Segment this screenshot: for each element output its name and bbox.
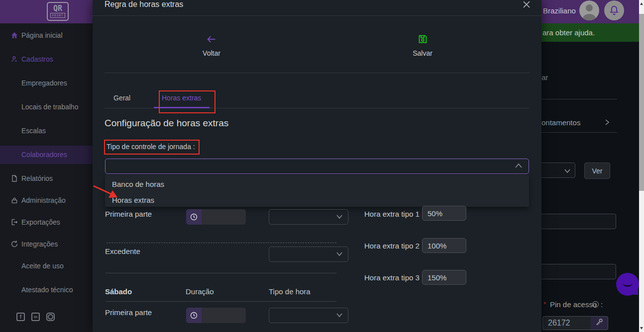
ver-button-label: Ver xyxy=(592,167,602,175)
divider xyxy=(105,73,530,73)
partial-text: ar xyxy=(541,73,548,82)
section-link[interactable]: ontamentos xyxy=(541,118,580,127)
arrow-left-icon xyxy=(206,37,217,46)
notifications-bell-icon[interactable] xyxy=(604,0,624,20)
sidebar-item-label: Página inicial xyxy=(21,31,63,39)
export-icon xyxy=(10,218,18,226)
saturday-tipo-hora-select[interactable] xyxy=(269,308,348,323)
primeira-parte-label: Primeira parte xyxy=(105,210,152,218)
sidebar-item-pagina-inicial[interactable]: Página inicial xyxy=(0,31,93,40)
hora-extra-tipo2-input[interactable] xyxy=(422,238,466,253)
sidebar-item-empregadores[interactable]: Empregadores xyxy=(0,79,93,88)
page-scrollbar[interactable] xyxy=(639,0,644,332)
scrollbar-thumb[interactable] xyxy=(639,14,644,191)
key-icon xyxy=(595,318,604,329)
tab-horas-extras[interactable]: Horas extras xyxy=(162,94,201,102)
sidebar-item-label: Atestado técnico xyxy=(21,286,73,294)
hora-extra-tipo1-label: Hora extra tipo 1 : xyxy=(364,210,424,218)
pin-label: Pin de acesso xyxy=(550,300,597,309)
sidebar-item-label: Relatórios xyxy=(21,174,53,182)
sidebar-item-exportacoes[interactable]: Exportações xyxy=(0,218,93,227)
sidebar-header: QR POINT xyxy=(0,0,93,23)
sidebar-item-administracao[interactable]: Administração xyxy=(0,196,93,205)
jornada-dropdown-menu: Banco de horas Horas extras xyxy=(105,175,529,207)
scrollbar-up-arrow[interactable] xyxy=(640,2,643,5)
chevron-down-icon xyxy=(336,313,343,318)
option-horas-extras[interactable]: Horas extras xyxy=(105,192,529,208)
section-heading: Configuração de horas extras xyxy=(105,118,228,129)
avatar[interactable] xyxy=(579,0,599,20)
hora-extra-tipo2-label: Hora extra tipo 2 : xyxy=(364,242,424,250)
active-tab-indicator xyxy=(154,107,210,108)
saturday-duration-time-input[interactable] xyxy=(186,308,246,323)
sidebar: QR POINT Página inicial Cadastros Empreg… xyxy=(0,0,93,332)
clock-icon xyxy=(186,209,202,225)
hora-extra-tipo1-input[interactable] xyxy=(422,206,466,221)
pin-label-colon: : xyxy=(601,300,603,309)
option-banco-de-horas[interactable]: Banco de horas xyxy=(105,176,529,192)
divider xyxy=(106,301,336,302)
duration-time-input[interactable] xyxy=(186,209,246,225)
tipo-de-hora-header: Tipo de hora xyxy=(269,287,311,296)
sidebar-item-relatorios[interactable]: Relatórios xyxy=(0,174,93,183)
sidebar-item-cadastros[interactable]: Cadastros xyxy=(0,55,93,64)
sidebar-item-label: Integrações xyxy=(21,240,58,248)
voltar-button[interactable]: Voltar xyxy=(192,34,231,57)
sidebar-item-label: Escalas xyxy=(21,127,46,135)
home-icon xyxy=(10,31,18,39)
key-button[interactable] xyxy=(591,316,608,330)
qrpoint-logo[interactable]: QR POINT xyxy=(47,2,69,21)
time-input-field[interactable] xyxy=(202,209,246,225)
divider xyxy=(541,99,617,99)
time-input-field[interactable] xyxy=(202,308,246,323)
option-label: Horas extras xyxy=(112,196,154,204)
tipo-hora-select[interactable] xyxy=(269,209,348,225)
salvar-button[interactable]: Salvar xyxy=(403,34,442,57)
help-banner-text: ara obter ajuda. xyxy=(542,28,595,37)
background-input[interactable] xyxy=(529,264,616,279)
lock-icon xyxy=(10,196,18,204)
help-banner[interactable]: ara obter ajuda. xyxy=(541,23,639,42)
ver-button[interactable]: Ver xyxy=(584,163,610,179)
modal-regra-horas-extras: Regra de horas extras Voltar Salvar Gera… xyxy=(93,0,541,332)
chevron-up-icon xyxy=(515,163,523,168)
instagram-icon[interactable] xyxy=(46,313,56,322)
pin-input[interactable] xyxy=(542,316,591,330)
sidebar-item-aceite-de-uso[interactable]: Aceite de uso xyxy=(0,262,93,271)
sidebar-item-atestado-tecnico[interactable]: Atestado técnico xyxy=(0,286,93,295)
info-icon[interactable] xyxy=(592,301,599,308)
excedente-tipo-hora-select[interactable] xyxy=(269,247,348,262)
sidebar-item-integracoes[interactable]: Integrações xyxy=(0,240,93,249)
divider xyxy=(93,15,541,16)
saturday-primeira-parte-label: Primeira parte xyxy=(105,308,152,317)
dashed-divider xyxy=(107,243,336,243)
divider xyxy=(106,273,336,273)
chevron-down-icon xyxy=(336,251,343,256)
chevron-down-icon xyxy=(336,214,343,219)
required-asterisk: * xyxy=(543,300,546,308)
modal-title: Regra de horas extras xyxy=(105,0,183,9)
close-icon[interactable] xyxy=(523,0,531,8)
jornada-type-select[interactable] xyxy=(105,159,529,174)
sidebar-item-locais-de-trabalho[interactable]: Locais de trabalho xyxy=(0,103,93,112)
sidebar-item-escalas[interactable]: Escalas xyxy=(0,127,93,136)
facebook-icon[interactable] xyxy=(16,313,26,322)
chevron-right-icon[interactable] xyxy=(604,119,610,128)
voltar-label: Voltar xyxy=(192,49,231,57)
chat-smile-icon xyxy=(623,279,633,287)
clock-icon xyxy=(186,308,202,323)
sidebar-item-colaboradores[interactable]: Colaboradores xyxy=(0,151,93,160)
save-floppy-icon xyxy=(418,37,428,46)
background-input[interactable] xyxy=(529,214,616,229)
divider xyxy=(541,132,617,133)
hora-extra-tipo3-label: Hora extra tipo 3 : xyxy=(364,273,424,282)
app-root: QR POINT Página inicial Cadastros Empreg… xyxy=(0,0,644,332)
sync-icon xyxy=(10,240,18,248)
hora-extra-tipo3-input[interactable] xyxy=(422,270,466,285)
scrollbar-down-arrow[interactable] xyxy=(640,327,643,330)
sidebar-item-label: Administração xyxy=(21,196,66,204)
sidebar-item-label: Empregadores xyxy=(21,79,67,87)
username-label: Braziliano xyxy=(543,6,576,15)
tab-geral[interactable]: Geral xyxy=(113,94,130,102)
linkedin-icon[interactable] xyxy=(31,313,41,322)
